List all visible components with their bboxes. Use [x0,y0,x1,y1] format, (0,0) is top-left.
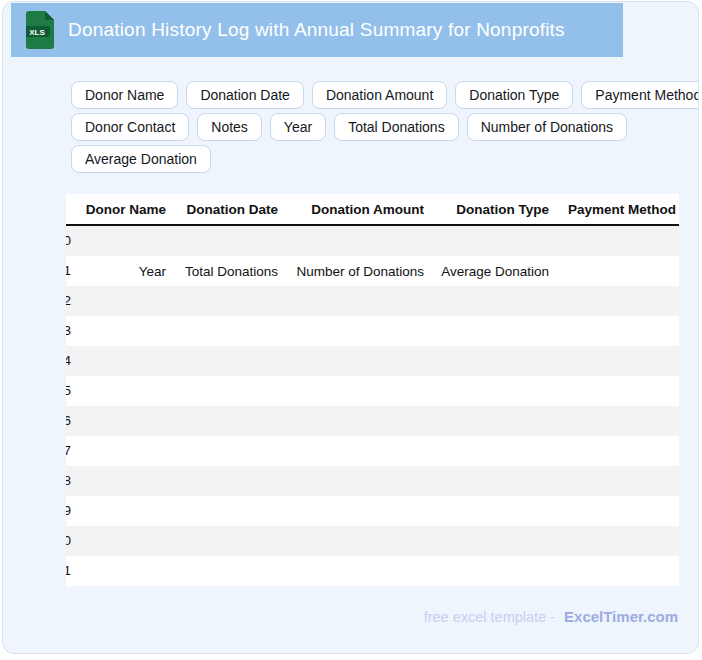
column-chip[interactable]: Average Donation [71,145,211,173]
column-chip[interactable]: Donation Type [455,81,573,109]
column-header: Donor Name [73,202,169,217]
column-chip[interactable]: Total Donations [334,113,459,141]
table-row: 9 [66,496,679,526]
table-row: 6 [66,406,679,436]
svg-text:XLS: XLS [29,28,45,37]
row-number: 2 [66,286,73,316]
table-row: 4 [66,346,679,376]
row-number: 11 [66,556,73,586]
table-cell: Total Donations [169,264,281,279]
row-number: 7 [66,436,73,466]
column-chip-list: Donor NameDonation DateDonation AmountDo… [71,81,699,177]
row-number: 3 [66,316,73,346]
table-row: 0 [66,226,679,256]
column-header: Donation Type [427,202,552,217]
table-header-row: Donor Name Donation Date Donation Amount… [66,194,679,226]
table-cell: Year [73,264,169,279]
row-number: 9 [66,496,73,526]
column-header: Donation Amount [281,202,427,217]
table-row: 10 [66,526,679,556]
chip-row: Donor ContactNotesYearTotal DonationsNum… [71,113,699,141]
title-bar: XLS Donation History Log with Annual Sum… [11,3,623,57]
row-number: 5 [66,376,73,406]
row-number: 6 [66,406,73,436]
spreadsheet-preview: Donor Name Donation Date Donation Amount… [66,194,679,586]
column-chip[interactable]: Donation Amount [312,81,447,109]
table-row: 11 [66,556,679,586]
column-chip[interactable]: Donation Date [186,81,304,109]
table-row: 5 [66,376,679,406]
table-cell: Average Donation [427,264,552,279]
row-number: 10 [66,526,73,556]
column-chip[interactable]: Year [270,113,326,141]
chip-row: Donor NameDonation DateDonation AmountDo… [71,81,699,109]
table-cell: Number of Donations [281,264,427,279]
column-chip[interactable]: Payment Method [581,81,699,109]
row-number: 8 [66,466,73,496]
table-row: 3 [66,316,679,346]
column-chip[interactable]: Donor Name [71,81,178,109]
column-chip[interactable]: Donor Contact [71,113,189,141]
column-chip[interactable]: Number of Donations [467,113,627,141]
table-row: 1 Year Total Donations Number of Donatio… [66,256,679,286]
page-title: Donation History Log with Annual Summary… [68,19,565,41]
row-number: 1 [66,256,73,286]
table-row: 8 [66,466,679,496]
template-preview-card: XLS Donation History Log with Annual Sum… [2,1,699,654]
footer: free excel template - ExcelTimer.com [424,608,678,625]
row-number: 4 [66,346,73,376]
column-header: Payment Method [552,202,679,217]
xls-file-icon: XLS [26,11,54,49]
row-number: 0 [66,226,73,256]
table-body: 0 1 Year Total Donations Number of Donat… [66,226,679,586]
table-row: 7 [66,436,679,466]
column-header: Donation Date [169,202,281,217]
table-row: 2 [66,286,679,316]
column-chip[interactable]: Notes [197,113,262,141]
exceltimer-link[interactable]: ExcelTimer.com [564,608,678,625]
row-number-header [66,194,73,224]
chip-row: Average Donation [71,145,699,173]
footer-text: free excel template - [424,609,555,625]
